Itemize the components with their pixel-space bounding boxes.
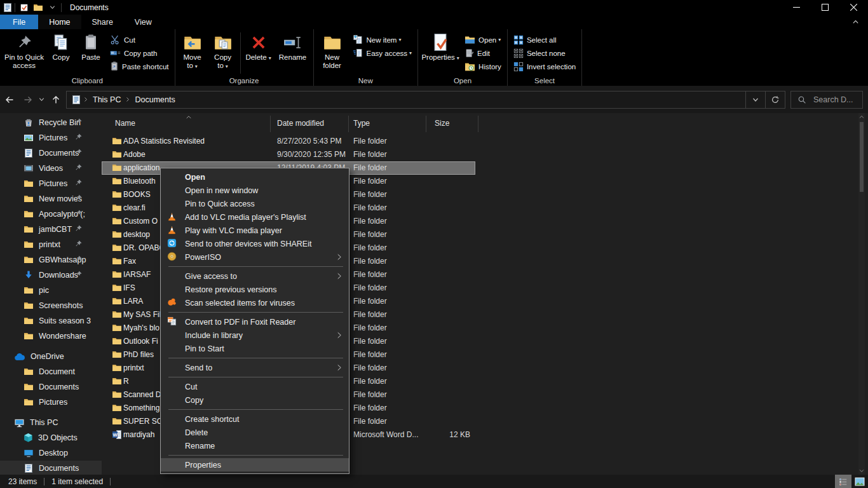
sidebar-item-documents[interactable]: Documents (0, 461, 102, 475)
menu-item-send-to-other-devices-with-shareit[interactable]: Send to other devices with SHAREit (161, 237, 349, 250)
ribbon-copy-button[interactable]: Copy (46, 30, 76, 62)
menu-item-add-to-vlc-media-player-s-playlist[interactable]: Add to VLC media player's Playlist (161, 210, 349, 224)
menu-item-send-to[interactable]: Send to (161, 361, 349, 374)
tab-file[interactable]: File (0, 15, 38, 29)
ribbon-rename-button[interactable]: Rename (275, 30, 311, 62)
recent-locations-button[interactable] (36, 91, 47, 109)
menu-item-restore-previous-versions[interactable]: Restore previous versions (161, 283, 349, 296)
ribbon-paste-button[interactable]: Paste (76, 30, 106, 62)
thumbnail-view-button[interactable] (851, 475, 868, 488)
ribbon-cut-button[interactable]: Cut (106, 33, 173, 46)
table-row[interactable]: ADA Statistics Revisited8/27/2020 5:43 P… (102, 135, 868, 148)
search-input[interactable] (812, 95, 857, 105)
ribbon-history-button[interactable]: History (461, 60, 505, 73)
qat-properties-button[interactable] (17, 0, 31, 15)
ribbon-invert-selection-button[interactable]: Invert selection (510, 60, 580, 73)
ribbon-copy-path-button[interactable]: W...Copy path (106, 46, 173, 60)
sidebar-item-document[interactable]: Document (0, 364, 102, 379)
ribbon-copy-to-button[interactable]: Copy to▾ (208, 30, 238, 71)
pin-icon (74, 133, 83, 141)
ribbon-easy-access-button[interactable]: Easy access▾ (349, 46, 416, 60)
tab-share[interactable]: Share (81, 15, 124, 29)
ribbon-new-item-button[interactable]: New item▾ (349, 33, 416, 46)
column-header-type[interactable]: Type (353, 119, 370, 128)
sidebar-item-new-movies[interactable]: New movies (0, 191, 102, 207)
menu-item-poweriso[interactable]: PowerISO (161, 250, 349, 264)
ribbon-select-none-button[interactable]: Select none (510, 46, 580, 60)
column-header-size[interactable]: Size (435, 119, 449, 128)
menu-item-include-in-library[interactable]: Include in library (161, 329, 349, 342)
address-box[interactable]: This PCDocuments (66, 91, 785, 109)
dropdown-caret-icon: ▾ (226, 64, 228, 69)
menu-item-rename[interactable]: Rename (161, 439, 349, 452)
ribbon-collapse-button[interactable] (852, 15, 859, 29)
menu-item-cut[interactable]: Cut (161, 380, 349, 393)
menu-item-convert-to-pdf-in-foxit-reader[interactable]: Convert to PDF in Foxit Reader (161, 315, 349, 329)
paste-shortcut-icon (110, 61, 119, 72)
menu-item-open[interactable]: Open (161, 170, 349, 184)
details-view-button[interactable] (835, 475, 851, 488)
breadcrumb-segment-this-pc[interactable]: This PC (90, 95, 123, 104)
ribbon-edit-button[interactable]: Edit (461, 46, 505, 60)
sidebar-item-downloads[interactable]: Downloads (0, 268, 102, 283)
sidebar-item-pictures[interactable]: Pictures (0, 176, 102, 191)
sidebar-item-pic[interactable]: pic (0, 283, 102, 298)
menu-item-properties[interactable]: Properties (161, 458, 349, 471)
sidebar-item-gbwhatsapp[interactable]: GBWhatsapp (0, 252, 102, 268)
ribbon-properties-button[interactable]: Properties▾ (420, 30, 461, 62)
file-type: File folder (353, 257, 387, 266)
sidebar-item-pictures[interactable]: Pictures (0, 395, 102, 410)
sidebar-item-pictures[interactable]: Pictures (0, 130, 102, 146)
button-label: New item (367, 36, 397, 44)
sidebar-item-desktop[interactable]: Desktop (0, 445, 102, 461)
tab-home[interactable]: Home (38, 15, 81, 29)
button-label: Delete▾ (245, 53, 271, 62)
breadcrumb-segment-documents[interactable]: Documents (132, 95, 177, 104)
maximize-button[interactable] (811, 0, 839, 15)
table-row[interactable]: Adobe9/30/2020 12:35 PMFile folder (102, 148, 868, 161)
menu-item-give-access-to[interactable]: Give access to (161, 269, 349, 283)
sidebar-item-3d-objects[interactable]: 3D Objects (0, 430, 102, 445)
sidebar-item-apocalypto[interactable]: Apocalypto (; (0, 207, 102, 222)
forward-button[interactable] (19, 91, 36, 109)
qat-new-folder-button[interactable] (31, 0, 45, 15)
sidebar-item-videos[interactable]: Videos (0, 161, 102, 176)
sidebar-item-this-pc[interactable]: This PC (0, 415, 102, 430)
menu-item-pin-to-start[interactable]: Pin to Start (161, 342, 349, 355)
ribbon-new-folder-button[interactable]: New folder (316, 30, 349, 70)
sidebar-item-recycle-bin[interactable]: Recycle Bin (0, 115, 102, 130)
menu-item-scan-selected-items-for-viruses[interactable]: Scan selected items for viruses (161, 296, 349, 309)
close-button[interactable] (839, 0, 868, 15)
column-header-date-modified[interactable]: Date modified (277, 119, 324, 128)
ribbon-select-all-button[interactable]: Select all (510, 33, 580, 46)
sidebar-item-jambcbt[interactable]: jambCBT (0, 222, 102, 237)
menu-item-delete[interactable]: Delete (161, 426, 349, 439)
menu-item-pin-to-quick-access[interactable]: Pin to Quick access (161, 197, 349, 210)
search-box[interactable] (790, 91, 863, 109)
sidebar-item-suits-season-3[interactable]: Suits season 3 (0, 313, 102, 329)
menu-item-create-shortcut[interactable]: Create shortcut (161, 412, 349, 426)
address-dropdown-button[interactable] (745, 92, 765, 108)
sidebar-item-printxt[interactable]: printxt (0, 237, 102, 252)
refresh-button[interactable] (765, 92, 785, 108)
tab-view[interactable]: View (124, 15, 163, 29)
back-button[interactable] (0, 91, 19, 109)
ribbon-open-button[interactable]: Open▾ (461, 33, 505, 46)
sidebar-item-screenshots[interactable]: Screenshots (0, 298, 102, 313)
ribbon-paste-shortcut-button[interactable]: Paste shortcut (106, 60, 173, 73)
location-icon (71, 95, 81, 105)
sidebar-item-documents[interactable]: Documents (0, 379, 102, 395)
qat-customize-button[interactable] (45, 0, 59, 15)
minimize-button[interactable] (782, 0, 811, 15)
ribbon-delete-button[interactable]: Delete▾ (243, 30, 275, 62)
menu-item-open-in-new-window[interactable]: Open in new window (161, 184, 349, 197)
sidebar-item-wondershare[interactable]: Wondershare (0, 329, 102, 344)
menu-item-copy[interactable]: Copy (161, 393, 349, 407)
sidebar-item-documents[interactable]: Documents (0, 146, 102, 161)
sidebar-item-onedrive[interactable]: OneDrive (0, 349, 102, 364)
column-header-name[interactable]: Name (115, 119, 135, 128)
ribbon-move-to-button[interactable]: Move to▾ (177, 30, 208, 71)
ribbon-pin-to-quick-access-button[interactable]: Pin to Quick access (2, 30, 46, 70)
menu-item-play-with-vlc-media-player[interactable]: Play with VLC media player (161, 224, 349, 237)
up-button[interactable] (47, 91, 65, 109)
